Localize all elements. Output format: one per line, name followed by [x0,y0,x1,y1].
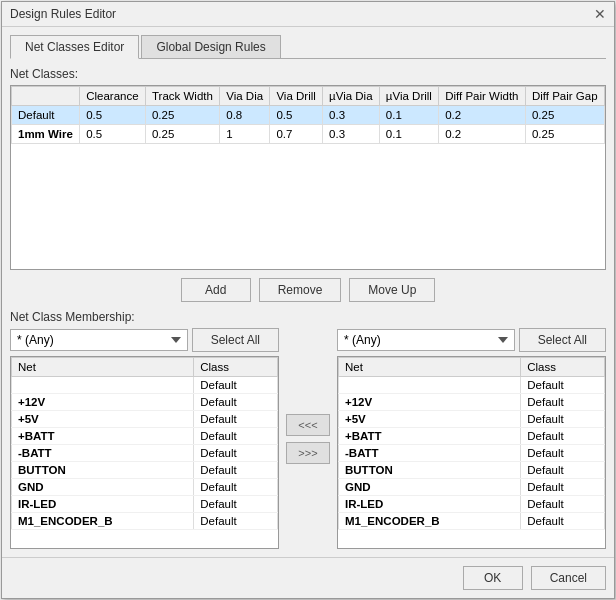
net-classes-label: Net Classes: [10,67,606,81]
left-table-header: Net Class [12,358,278,377]
tab-net-classes[interactable]: Net Classes Editor [10,35,139,59]
membership-label: Net Class Membership: [10,310,606,324]
main-content: Net Classes Editor Global Design Rules N… [2,27,614,557]
table-row[interactable]: Default0.50.250.80.50.30.10.20.25 [12,106,605,125]
list-item[interactable]: +BATTDefault [339,428,605,445]
col-uvia-drill: µVia Drill [379,87,438,106]
right-col-net: Net [339,358,521,377]
col-uvia-dia: µVia Dia [323,87,380,106]
main-window: Design Rules Editor ✕ Net Classes Editor… [1,1,615,599]
list-item[interactable]: +5VDefault [12,411,278,428]
move-up-button[interactable]: Move Up [349,278,435,302]
ok-button[interactable]: OK [463,566,523,590]
right-list-container[interactable]: Net Class Default+12VDefault+5VDefault+B… [337,356,606,549]
list-item[interactable]: IR-LEDDefault [339,496,605,513]
tab-global-design-rules[interactable]: Global Design Rules [141,35,280,58]
right-panel: * (Any) Select All Net Class [337,328,606,549]
list-item[interactable]: GNDDefault [339,479,605,496]
list-item[interactable]: BUTTONDefault [339,462,605,479]
list-item[interactable]: GNDDefault [12,479,278,496]
table-action-buttons: Add Remove Move Up [10,278,606,302]
left-list-container[interactable]: Net Class Default+12VDefault+5VDefault+B… [10,356,279,549]
list-item[interactable]: M1_ENCODER_BDefault [339,513,605,530]
col-diff-pair-width: Diff Pair Width [439,87,526,106]
col-via-dia: Via Dia [220,87,270,106]
left-panel-controls: * (Any) Select All [10,328,279,352]
list-item[interactable]: +5VDefault [339,411,605,428]
cancel-button[interactable]: Cancel [531,566,606,590]
close-icon[interactable]: ✕ [594,6,606,22]
list-item[interactable]: Default [12,377,278,394]
right-net-table: Net Class Default+12VDefault+5VDefault+B… [338,357,605,530]
col-via-drill: Via Drill [270,87,323,106]
arrow-right-button[interactable]: >>> [286,442,330,464]
list-item[interactable]: +BATTDefault [12,428,278,445]
right-col-class: Class [521,358,605,377]
left-col-net: Net [12,358,194,377]
col-name [12,87,80,106]
right-dropdown[interactable]: * (Any) [337,329,515,351]
list-item[interactable]: +12VDefault [339,394,605,411]
right-table-header: Net Class [339,358,605,377]
list-item[interactable]: -BATTDefault [12,445,278,462]
list-item[interactable]: -BATTDefault [339,445,605,462]
left-dropdown[interactable]: * (Any) [10,329,188,351]
right-panel-controls: * (Any) Select All [337,328,606,352]
list-item[interactable]: IR-LEDDefault [12,496,278,513]
membership-section: Net Class Membership: * (Any) Select All [10,310,606,549]
footer: OK Cancel [2,557,614,598]
list-item[interactable]: BUTTONDefault [12,462,278,479]
col-diff-pair-gap: Diff Pair Gap [525,87,604,106]
list-item[interactable]: Default [339,377,605,394]
select-all-right-button[interactable]: Select All [519,328,606,352]
table-row[interactable]: 1mm Wire0.50.2510.70.30.10.20.25 [12,125,605,144]
select-all-left-button[interactable]: Select All [192,328,279,352]
add-button[interactable]: Add [181,278,251,302]
list-item[interactable]: +12VDefault [12,394,278,411]
table-header-row: Clearance Track Width Via Dia Via Drill … [12,87,605,106]
arrow-panel: <<< >>> [283,328,333,549]
list-item[interactable]: M1_ENCODER_BDefault [12,513,278,530]
col-track-width: Track Width [145,87,219,106]
arrow-left-button[interactable]: <<< [286,414,330,436]
col-clearance: Clearance [80,87,146,106]
net-classes-table: Clearance Track Width Via Dia Via Drill … [11,86,605,144]
membership-panels: * (Any) Select All Net Class [10,328,606,549]
net-classes-table-container: Clearance Track Width Via Dia Via Drill … [10,85,606,270]
left-panel: * (Any) Select All Net Class [10,328,279,549]
tab-bar: Net Classes Editor Global Design Rules [10,35,606,59]
left-col-class: Class [194,358,278,377]
window-title: Design Rules Editor [10,7,116,21]
left-net-table: Net Class Default+12VDefault+5VDefault+B… [11,357,278,530]
remove-button[interactable]: Remove [259,278,342,302]
title-bar: Design Rules Editor ✕ [2,2,614,27]
